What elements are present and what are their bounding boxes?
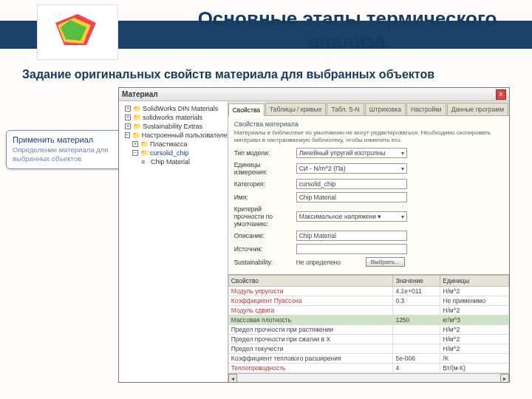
grid-header-prop[interactable]: Свойство <box>228 276 393 287</box>
category-label: Категория: <box>234 180 293 188</box>
property-grid-section: Свойство Значение Единицы Модуль упругос… <box>228 274 509 382</box>
property-grid: Свойство Значение Единицы Модуль упругос… <box>228 275 509 373</box>
desc-input[interactable]: Chip Material <box>296 231 407 241</box>
expand-icon[interactable]: + <box>125 115 131 120</box>
tab-hatch[interactable]: Штриховка <box>365 103 406 115</box>
folder-icon: 📁 <box>133 114 140 121</box>
tree-node-selected[interactable]: Chip Material <box>151 158 190 166</box>
sust-value: Не определено <box>296 259 363 266</box>
grid-cell-unit: Н/м^2 <box>440 344 509 354</box>
criteria-label: Критерий прочности по умолчанию: <box>234 205 293 228</box>
grid-row[interactable]: Коэффициент теплового расширения5e-006/K <box>228 354 508 364</box>
grid-cell-prop: Коэффициент теплового расширения <box>228 354 393 364</box>
material-icon: ≡ <box>141 158 149 166</box>
criteria-select[interactable]: Максимальное напряжени ▾ <box>296 211 407 222</box>
grid-row[interactable]: Коэффициент Пуассона0.3Не применимо <box>228 296 508 306</box>
grid-cell-prop: Коэффициент Пуассона <box>228 296 393 306</box>
folder-icon: 📁 <box>133 105 140 112</box>
grid-cell-prop: Массовая плотность <box>228 316 393 325</box>
grid-row[interactable]: Теплопроводность4Вт/(м·К) <box>228 364 508 373</box>
tooltip-callout: Применить материал Определение материала… <box>6 130 129 169</box>
material-tree[interactable]: +📁SolidWorks DIN Materials +📁solidworks … <box>119 101 228 382</box>
tree-node[interactable]: Пластмасса <box>150 140 188 148</box>
grid-row[interactable]: Предел текучестиН/м^2 <box>228 344 508 354</box>
name-label: Имя: <box>234 194 293 201</box>
grid-cell-unit: Н/м^2 <box>440 325 509 335</box>
grid-row[interactable]: Предел прочности при сжатии в XН/м^2 <box>228 335 508 344</box>
scroll-track[interactable] <box>237 374 500 382</box>
grid-scroll[interactable]: Свойство Значение Единицы Модуль упругос… <box>228 275 509 373</box>
tree-node[interactable]: SolidWorks DIN Materials <box>143 105 218 112</box>
category-input[interactable]: cursolid_chip <box>296 179 407 189</box>
slide-title: Основные этапы термического анализа <box>185 7 510 53</box>
grid-row[interactable]: Массовая плотность1250кг/м^3 <box>228 316 508 325</box>
grid-cell-unit: Не применимо <box>440 296 509 306</box>
grid-cell-value[interactable]: 4 <box>393 364 440 373</box>
sust-select-button[interactable]: Выбрать... <box>366 257 405 267</box>
units-label: Единицы измерения: <box>234 161 293 176</box>
grid-row[interactable]: Предел прочности при растяженииН/м^2 <box>228 325 508 335</box>
sust-label: Sustainability: <box>234 259 293 266</box>
grid-header-unit[interactable]: Единицы <box>440 276 509 287</box>
grid-cell-value[interactable] <box>393 306 440 316</box>
grid-cell-unit: Вт/(м·К) <box>440 364 509 373</box>
collapse-icon[interactable]: − <box>125 132 130 138</box>
tree-node[interactable]: Sustainability Extras <box>143 123 202 130</box>
tree-node[interactable]: solidworks materials <box>143 114 202 121</box>
grid-cell-value[interactable]: 1250 <box>393 316 440 325</box>
scroll-right-icon[interactable]: ▸ <box>500 374 509 382</box>
section-desc: Материалы в библиотеке по умолчанию не м… <box>234 129 503 143</box>
tab-sn[interactable]: Табл. S-N <box>327 103 364 115</box>
grid-cell-unit: кг/м^3 <box>440 316 509 325</box>
dialog-titlebar[interactable]: Материал × <box>119 88 509 101</box>
type-model-select[interactable]: Линейный упругий изотропны <box>296 148 407 158</box>
tab-tables[interactable]: Таблицы / кривые <box>265 103 326 115</box>
tree-node[interactable]: cursolid_chip <box>150 149 189 157</box>
name-input[interactable]: Chip Material <box>296 192 407 202</box>
slide-subtitle: Задание оригинальных свойств материала д… <box>22 68 434 81</box>
grid-header-val[interactable]: Значение <box>393 276 440 287</box>
desc-label: Описание: <box>234 232 293 239</box>
logo <box>37 4 118 60</box>
tab-settings[interactable]: Настройки <box>406 103 446 115</box>
grid-row[interactable]: Модуль упругости4.1e+011Н/м^2 <box>228 287 508 296</box>
source-label: Источник: <box>234 245 293 253</box>
material-dialog: Материал × +📁SolidWorks DIN Materials +📁… <box>118 87 510 383</box>
folder-icon: 📁 <box>133 123 140 130</box>
folder-icon: 📁 <box>140 149 148 157</box>
expand-icon[interactable]: + <box>125 123 131 129</box>
grid-cell-unit: /K <box>440 354 509 364</box>
expand-icon[interactable]: + <box>132 141 138 147</box>
grid-cell-value[interactable]: 0.3 <box>393 296 440 306</box>
callout-desc: Определение материала для выбранных объе… <box>13 146 122 164</box>
units-select[interactable]: СИ - N/m^2 (Па) <box>296 163 407 174</box>
grid-row[interactable]: Модуль сдвигаН/м^2 <box>228 306 508 316</box>
grid-cell-unit: Н/м^2 <box>440 287 509 296</box>
grid-cell-unit: Н/м^2 <box>440 335 509 344</box>
source-input[interactable] <box>296 244 407 254</box>
scroll-left-icon[interactable]: ◂ <box>228 374 237 382</box>
grid-cell-value[interactable]: 5e-006 <box>393 354 440 364</box>
section-title: Свойства материала <box>234 120 503 128</box>
tab-strip: Свойства Таблицы / кривые Табл. S-N Штри… <box>228 101 509 116</box>
grid-cell-value[interactable] <box>393 335 440 344</box>
dialog-title: Материал <box>122 90 158 98</box>
properties-section: Свойства материала Материалы в библиотек… <box>228 116 509 274</box>
grid-cell-unit: Н/м^2 <box>440 306 509 316</box>
tab-appdata[interactable]: Данные программ <box>447 103 508 115</box>
expand-icon[interactable]: + <box>125 106 131 112</box>
callout-heading: Применить материал <box>13 135 122 144</box>
grid-cell-value[interactable] <box>393 325 440 335</box>
grid-cell-prop: Предел текучести <box>228 344 393 354</box>
tree-node[interactable]: Настроенный пользователем материал <box>142 132 228 139</box>
h-scrollbar[interactable]: ◂ ▸ <box>228 373 509 382</box>
grid-cell-value[interactable] <box>393 344 440 354</box>
grid-cell-value[interactable]: 4.1e+011 <box>393 287 440 296</box>
tab-properties[interactable]: Свойства <box>228 103 265 116</box>
type-model-label: Тип модели: <box>234 149 293 157</box>
grid-cell-prop: Модуль сдвига <box>228 306 393 316</box>
grid-cell-prop: Предел прочности при растяжении <box>228 325 393 335</box>
grid-cell-prop: Предел прочности при сжатии в X <box>228 335 393 344</box>
collapse-icon[interactable]: − <box>132 150 138 156</box>
close-button[interactable]: × <box>496 89 506 100</box>
